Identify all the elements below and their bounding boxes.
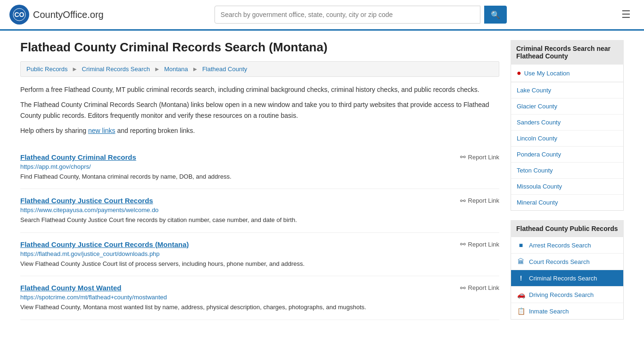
breadcrumb-public-records[interactable]: Public Records <box>26 66 67 73</box>
inmate-icon: 📋 <box>517 307 525 315</box>
list-item: Pondera County <box>511 147 623 163</box>
record-desc-2: View Flathead County Justice Court list … <box>20 259 499 269</box>
record-title-0[interactable]: Flathead County Criminal Records <box>20 153 136 161</box>
public-records-section-title: Flathead County Public Records <box>511 220 624 237</box>
breadcrumb: Public Records ► Criminal Records Search… <box>20 61 499 77</box>
sidebar-item-pondera-county[interactable]: Pondera County <box>511 147 623 162</box>
nearby-section-title: Criminal Records Search near Flathead Co… <box>511 40 624 65</box>
nearby-section: Criminal Records Search near Flathead Co… <box>511 40 624 211</box>
logo-text: CountyOffice.org <box>33 9 104 20</box>
logo-icon: CO <box>9 5 29 25</box>
record-title-1[interactable]: Flathead County Justice Court Records <box>20 197 153 205</box>
list-item: Mineral County <box>511 195 623 210</box>
search-input[interactable] <box>215 6 480 24</box>
breadcrumb-montana[interactable]: Montana <box>164 66 188 73</box>
list-item: ■ Arrest Records Search <box>511 237 623 254</box>
hamburger-menu-button[interactable]: ☰ <box>618 7 635 23</box>
list-item: Missoula County <box>511 179 623 195</box>
list-item: Lincoln County <box>511 131 623 147</box>
list-item: Teton County <box>511 163 623 179</box>
record-desc-1: Search Flathead County Justice Court fin… <box>20 215 499 225</box>
report-icon-0: ⚯ <box>460 153 466 161</box>
record-url-3: https://spotcrime.com/mt/flathead+county… <box>20 294 499 301</box>
report-link-button-3[interactable]: ⚯ Report Link <box>460 284 499 292</box>
list-item: 🚗 Driving Records Search <box>511 287 623 303</box>
list-item: Glacier County <box>511 99 623 115</box>
record-url-1: https://www.citepayusa.com/payments/welc… <box>20 206 499 214</box>
report-link-button-1[interactable]: ⚯ Report Link <box>460 197 499 205</box>
records-list: Flathead County Criminal Records ⚯ Repor… <box>20 146 499 320</box>
hamburger-icon: ☰ <box>621 8 631 20</box>
sidebar-item-lincoln-county[interactable]: Lincoln County <box>511 131 623 146</box>
search-button[interactable]: 🔍 <box>484 6 507 24</box>
sidebar-item-mineral-county[interactable]: Mineral County <box>511 195 623 210</box>
svg-text:CO: CO <box>15 11 25 18</box>
report-icon-1: ⚯ <box>460 197 466 205</box>
public-records-section: Flathead County Public Records ■ Arrest … <box>511 220 624 320</box>
list-item-active: ! Criminal Records Search <box>511 270 623 287</box>
list-item: Sanders County <box>511 115 623 131</box>
page-title: Flathead County Criminal Records Search … <box>20 40 499 55</box>
report-link-button-2[interactable]: ⚯ Report Link <box>460 240 499 248</box>
table-row: Flathead County Most Wanted ⚯ Report Lin… <box>20 276 499 320</box>
sidebar-item-teton-county[interactable]: Teton County <box>511 163 623 178</box>
table-row: Flathead County Justice Court Records ⚯ … <box>20 189 499 233</box>
sidebar-item-arrest-records[interactable]: ■ Arrest Records Search <box>511 237 623 253</box>
search-icon: 🔍 <box>491 11 500 19</box>
description-2: The Flathead County Criminal Records Sea… <box>20 99 499 121</box>
breadcrumb-criminal-records-search[interactable]: Criminal Records Search <box>82 66 150 73</box>
sidebar-item-criminal-records[interactable]: ! Criminal Records Search <box>511 270 623 286</box>
sidebar-item-inmate-search[interactable]: 📋 Inmate Search <box>511 303 623 319</box>
description-1: Perform a free Flathead County, MT publi… <box>20 84 499 95</box>
breadcrumb-flathead-county[interactable]: Flathead County <box>202 66 247 73</box>
table-row: Flathead County Criminal Records ⚯ Repor… <box>20 146 499 189</box>
record-title-2[interactable]: Flathead County Justice Court Records (M… <box>20 240 189 248</box>
driving-icon: 🚗 <box>517 291 525 298</box>
record-url-2: https://flathead.mt.gov/justice_court/do… <box>20 250 499 257</box>
list-item: 📋 Inmate Search <box>511 303 623 319</box>
report-icon-2: ⚯ <box>460 240 466 248</box>
use-my-location[interactable]: ● Use My Location <box>511 65 623 82</box>
record-title-3[interactable]: Flathead County Most Wanted <box>20 284 121 292</box>
record-desc-3: View Flathead County, Montana most wante… <box>20 303 499 312</box>
location-icon: ● <box>517 69 521 77</box>
report-icon-3: ⚯ <box>460 284 466 292</box>
arrest-icon: ■ <box>517 241 525 249</box>
sidebar-item-court-records[interactable]: 🏛 Court Records Search <box>511 254 623 270</box>
nearby-county-list: ● Use My Location Lake County Glacier Co… <box>511 65 624 211</box>
main-content: Flathead County Criminal Records Search … <box>20 40 499 329</box>
record-desc-0: Find Flathead County, Montana criminal r… <box>20 172 499 181</box>
criminal-icon: ! <box>517 274 525 282</box>
new-links-link[interactable]: new links <box>88 127 116 134</box>
sidebar-item-sanders-county[interactable]: Sanders County <box>511 115 623 130</box>
sidebar-item-driving-records[interactable]: 🚗 Driving Records Search <box>511 287 623 303</box>
description-3: Help others by sharing new links and rep… <box>20 125 499 136</box>
logo[interactable]: CO CountyOffice.org <box>9 5 104 25</box>
court-icon: 🏛 <box>517 258 525 265</box>
record-url-0: https://app.mt.gov/choprs/ <box>20 163 499 170</box>
sidebar: Criminal Records Search near Flathead Co… <box>511 40 624 329</box>
sidebar-item-missoula-county[interactable]: Missoula County <box>511 179 623 194</box>
table-row: Flathead County Justice Court Records (M… <box>20 233 499 277</box>
list-item: Lake County <box>511 82 623 99</box>
sidebar-item-glacier-county[interactable]: Glacier County <box>511 99 623 114</box>
sidebar-item-lake-county[interactable]: Lake County <box>511 82 623 98</box>
report-link-button-0[interactable]: ⚯ Report Link <box>460 153 499 161</box>
public-records-list: ■ Arrest Records Search 🏛 Court Records … <box>511 237 624 320</box>
search-area: 🔍 <box>215 6 507 24</box>
list-item: ● Use My Location <box>511 65 623 82</box>
list-item: 🏛 Court Records Search <box>511 254 623 270</box>
